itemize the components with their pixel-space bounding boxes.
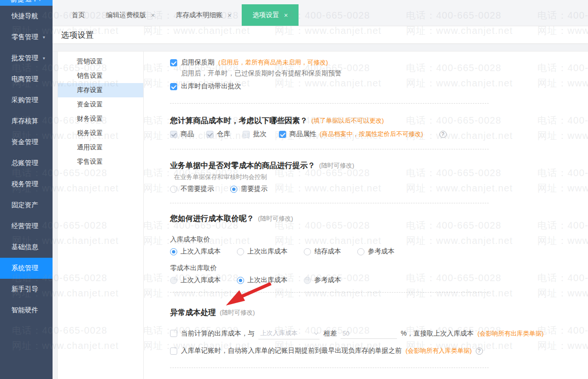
radio-option[interactable]: 参考成本 [304, 276, 341, 284]
tab-2[interactable]: 库存成本明细账× [165, 4, 242, 26]
checkbox-option[interactable]: 批次 [243, 130, 267, 138]
checkbox-icon[interactable] [170, 330, 177, 337]
radio-option[interactable]: 上次出库成本 [237, 247, 288, 256]
heading-note: (随时可修改) [258, 213, 293, 224]
checkbox-icon[interactable] [206, 131, 214, 138]
sidebar-item-8[interactable]: 税务管理 [0, 174, 53, 195]
settings-nav-item-2[interactable]: 库存设置 [58, 83, 143, 97]
radio-label: 上次入库成本 [181, 247, 221, 256]
checkbox-icon[interactable] [279, 131, 286, 138]
radio-option[interactable]: 上次入库成本 [170, 276, 221, 284]
close-icon[interactable]: × [284, 11, 288, 19]
checkbox-option[interactable]: 商品 [170, 130, 194, 138]
tab-3[interactable]: 选项设置× [242, 4, 298, 26]
radio-icon[interactable] [304, 248, 311, 255]
sidebar-item-2[interactable]: 批发管理▼ [0, 48, 53, 69]
sidebar-item-1[interactable]: 零售管理▼ [0, 27, 53, 48]
settings-nav: 营销设置销售设置库存设置资金设置财务设置税务设置通用设置零售设置 [58, 52, 144, 379]
radio-option[interactable]: 参考成本 [357, 247, 395, 256]
chevron-down-icon [314, 330, 318, 334]
settings-nav-item-7[interactable]: 零售设置 [58, 155, 143, 169]
radio-icon[interactable] [170, 277, 177, 284]
close-icon[interactable]: × [151, 11, 155, 19]
section-divider [170, 103, 489, 104]
checkbox-icon[interactable] [243, 131, 250, 138]
sidebar-item-label: 电商管理 [11, 75, 38, 84]
radio-icon[interactable] [230, 186, 237, 193]
tab-0[interactable]: 首页 [61, 4, 96, 26]
select-value: 上次入库成本 [260, 329, 298, 337]
help-icon[interactable]: ? [439, 131, 447, 138]
sidebar-item-label: 库存核算 [11, 117, 38, 126]
sidebar-item-label: 经营管理 [11, 222, 38, 231]
sidebar-item-4[interactable]: 采购管理 [0, 90, 53, 111]
checkbox-icon[interactable] [170, 59, 177, 66]
radio-option[interactable]: 不需要提示 [170, 185, 214, 193]
app-window: 畅捷通T+ 快捷导航零售管理▼批发管理▼电商管理采购管理库存核算资金管理总账管理… [0, 0, 588, 379]
radio-label: 结存成本 [314, 247, 341, 256]
checkbox-icon[interactable] [170, 83, 177, 90]
sidebar-item-label: 快捷导航 [11, 12, 38, 21]
sidebar-item-11[interactable]: 基础信息 [0, 237, 53, 258]
settings-nav-item-1[interactable]: 销售设置 [58, 69, 143, 83]
close-icon[interactable]: × [227, 11, 231, 19]
sidebar-item-5[interactable]: 库存核算 [0, 111, 53, 132]
help-icon[interactable]: ? [476, 347, 483, 355]
sidebar-item-10[interactable]: 经营管理 [0, 216, 53, 237]
radio-label: 参考成本 [314, 276, 341, 284]
radio-option[interactable]: 需要提示 [230, 185, 267, 193]
radio-icon[interactable] [237, 248, 244, 255]
row1-post-text: %，直接取上次入库成本 [401, 329, 473, 338]
checkbox-option[interactable]: 仓库 [206, 130, 230, 138]
sidebar-item-label: 税务管理 [11, 180, 38, 189]
sidebar-item-12[interactable]: 系统管理 [0, 258, 53, 279]
tab-label: 库存成本明细账 [176, 11, 223, 20]
row2-note: (会影响所有入库类单据) [406, 347, 472, 355]
auto-batch-option[interactable]: 出库时自动带出批次 [170, 82, 588, 91]
inbound-pricing-label: 入库成本取价 [170, 235, 588, 244]
radio-option[interactable]: 结存成本 [304, 247, 341, 256]
header-divider [53, 43, 588, 52]
shelf-life-option[interactable]: 启用保质期 (启用后，若所有商品尚未启用，可修改) [170, 58, 588, 67]
module-sidebar: 畅捷通T+ 快捷导航零售管理▼批发管理▼电商管理采购管理库存核算资金管理总账管理… [0, 0, 53, 379]
sidebar-top-partial-item[interactable]: 畅捷通T+ [0, 0, 53, 6]
radio-label: 需要提示 [241, 185, 267, 193]
sidebar-items: 快捷导航零售管理▼批发管理▼电商管理采购管理库存核算资金管理总账管理税务管理固定… [0, 6, 53, 321]
sidebar-item-13[interactable]: 新手引导 [0, 279, 53, 300]
settings-nav-item-4[interactable]: 财务设置 [58, 112, 143, 126]
checkbox-label: 商品 [181, 130, 194, 138]
sidebar-item-3[interactable]: 电商管理 [0, 69, 53, 90]
checkbox-label: 仓库 [217, 130, 230, 138]
tab-1[interactable]: 编辑运费模版× [96, 4, 165, 26]
sidebar-item-9[interactable]: 固定资产 [0, 195, 53, 216]
settings-nav-item-0[interactable]: 营销设置 [58, 54, 143, 69]
shelf-life-help-text: 启用后，开单时，已过保质期时会有提醒和保质期预警 [181, 69, 588, 78]
radio-option[interactable]: 上次入库成本 [170, 247, 221, 256]
tab-label: 选项设置 [252, 11, 279, 20]
radio-icon[interactable] [170, 186, 177, 193]
title-bar: 选项设置 [53, 26, 588, 43]
sidebar-item-7[interactable]: 总账管理 [0, 153, 53, 174]
radio-label: 不需要提示 [181, 185, 214, 193]
sidebar-item-label: 基础信息 [11, 243, 38, 252]
percent-input[interactable]: 50 [341, 328, 397, 339]
heading-note: (随时可修改) [319, 160, 354, 171]
checkbox-icon[interactable] [170, 131, 177, 138]
sidebar-item-0[interactable]: 快捷导航 [0, 6, 53, 27]
checkbox-label: 批次 [253, 130, 267, 138]
sidebar-item-6[interactable]: 资金管理 [0, 132, 53, 153]
radio-icon[interactable] [304, 277, 311, 284]
settings-nav-item-3[interactable]: 资金设置 [58, 97, 143, 112]
checkbox-label: 启用保质期 [181, 58, 214, 67]
cost-basis-select[interactable]: 上次入库成本 [258, 327, 320, 339]
sidebar-item-label: 系统管理 [11, 264, 38, 273]
sidebar-item-14[interactable]: 智能硬件 [0, 300, 53, 321]
checkbox-option[interactable]: 商品属性(商品档案中，按属性定价后不可修改) [279, 130, 423, 138]
section-divider [170, 368, 489, 368]
radio-icon[interactable] [170, 248, 177, 255]
radio-icon[interactable] [357, 248, 364, 255]
row1-pre-text: 当前计算的出库成本，与 [181, 329, 255, 338]
settings-nav-item-5[interactable]: 税务设置 [58, 126, 143, 140]
settings-nav-item-6[interactable]: 通用设置 [58, 140, 143, 155]
checkbox-icon[interactable] [170, 347, 177, 355]
